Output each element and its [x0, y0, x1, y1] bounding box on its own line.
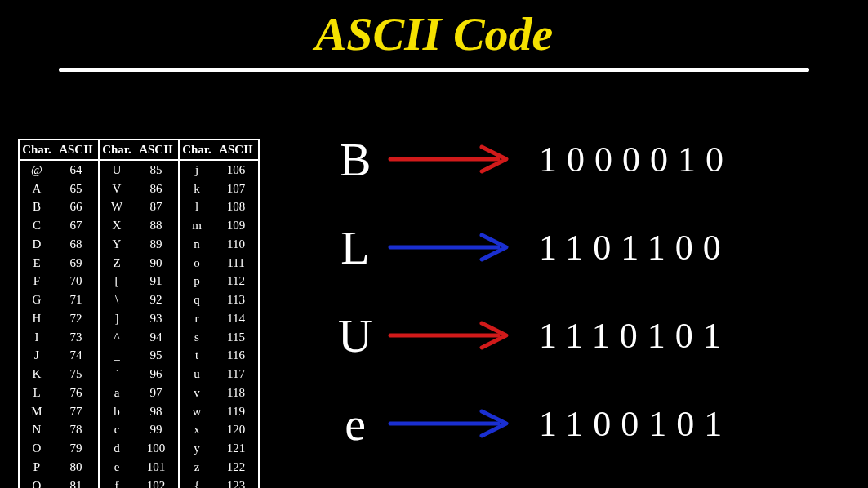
example-char: U — [327, 308, 384, 363]
cell-char: D — [20, 235, 54, 254]
title-underline — [59, 68, 809, 72]
ascii-header-row: Char.ASCII — [180, 140, 258, 161]
table-row: I73 — [20, 328, 98, 347]
cell-ascii: 121 — [214, 439, 258, 458]
cell-char: f — [100, 477, 134, 489]
table-row: D68 — [20, 235, 98, 254]
ascii-column: Char.ASCIIj106k107l108m109n110o111p112q1… — [180, 140, 258, 488]
cell-ascii: 67 — [54, 216, 98, 235]
cell-ascii: 112 — [214, 272, 258, 291]
cell-char: \ — [100, 291, 134, 309]
example-binary: 1000010 — [539, 139, 733, 180]
table-row: W87 — [100, 197, 178, 216]
cell-ascii: 116 — [214, 346, 258, 365]
table-row: F70 — [20, 272, 98, 291]
table-row: Z90 — [100, 254, 178, 273]
table-row: \92 — [100, 291, 178, 309]
cell-ascii: 88 — [134, 216, 178, 235]
ascii-column: Char.ASCIIU85V86W87X88Y89Z90[91\92]93^94… — [100, 140, 180, 488]
cell-char: [ — [100, 272, 134, 291]
table-row: u117 — [180, 365, 258, 384]
ascii-table: Char.ASCII@64A65B66C67D68E69F70G71H72I73… — [18, 139, 260, 488]
cell-ascii: 101 — [134, 458, 178, 477]
cell-ascii: 110 — [214, 235, 258, 254]
table-row: y121 — [180, 439, 258, 458]
cell-ascii: 115 — [214, 328, 258, 347]
cell-ascii: 77 — [54, 402, 98, 421]
arrow-icon — [384, 403, 523, 444]
table-row: s115 — [180, 328, 258, 347]
cell-char: z — [180, 458, 214, 477]
table-row: a97 — [100, 384, 178, 402]
table-row: m109 — [180, 216, 258, 235]
cell-ascii: 74 — [54, 346, 98, 365]
cell-char: j — [180, 161, 214, 180]
cell-ascii: 69 — [54, 254, 98, 273]
table-row: x120 — [180, 420, 258, 439]
table-row: Q81 — [20, 477, 98, 489]
cell-char: y — [180, 439, 214, 458]
cell-ascii: 100 — [134, 439, 178, 458]
cell-char: L — [20, 384, 54, 402]
cell-ascii: 120 — [214, 420, 258, 439]
cell-char: B — [20, 197, 54, 216]
table-row: `96 — [100, 365, 178, 384]
cell-char: I — [20, 328, 54, 347]
example-binary: 1101100 — [539, 227, 731, 268]
cell-ascii: 106 — [214, 161, 258, 180]
table-row: O79 — [20, 439, 98, 458]
arrow-icon — [384, 315, 523, 356]
cell-ascii: 122 — [214, 458, 258, 477]
example-row: U1110101 — [327, 307, 849, 364]
table-row: V86 — [100, 180, 178, 198]
cell-ascii: 114 — [214, 309, 258, 328]
cell-ascii: 91 — [134, 272, 178, 291]
cell-char: @ — [20, 161, 54, 180]
cell-char: { — [180, 477, 214, 489]
example-binary: 1110101 — [539, 315, 731, 357]
example-row: e1100101 — [327, 395, 849, 452]
header-char: Char. — [180, 140, 214, 159]
table-row: @64 — [20, 161, 98, 180]
table-row: J74 — [20, 346, 98, 365]
cell-char: c — [100, 420, 134, 439]
cell-ascii: 89 — [134, 235, 178, 254]
table-row: ]93 — [100, 309, 178, 328]
table-row: c99 — [100, 420, 178, 439]
example-char: e — [327, 397, 384, 451]
cell-ascii: 86 — [134, 180, 178, 198]
cell-char: u — [180, 365, 214, 384]
cell-char: e — [100, 458, 134, 477]
example-binary: 1100101 — [539, 403, 732, 445]
cell-char: G — [20, 291, 54, 309]
cell-char: A — [20, 180, 54, 198]
cell-ascii: 95 — [134, 346, 178, 365]
table-row: H72 — [20, 309, 98, 328]
table-row: M77 — [20, 402, 98, 421]
table-row: n110 — [180, 235, 258, 254]
cell-ascii: 79 — [54, 439, 98, 458]
cell-char: p — [180, 272, 214, 291]
cell-ascii: 113 — [214, 291, 258, 309]
table-row: d100 — [100, 439, 178, 458]
cell-ascii: 70 — [54, 272, 98, 291]
table-row: [91 — [100, 272, 178, 291]
example-row: L1101100 — [327, 219, 849, 276]
cell-ascii: 96 — [134, 365, 178, 384]
example-char: L — [327, 220, 384, 275]
cell-ascii: 76 — [54, 384, 98, 402]
ascii-header-row: Char.ASCII — [20, 140, 98, 161]
cell-ascii: 111 — [214, 254, 258, 273]
cell-ascii: 99 — [134, 420, 178, 439]
cell-ascii: 71 — [54, 291, 98, 309]
ascii-column: Char.ASCII@64A65B66C67D68E69F70G71H72I73… — [20, 140, 100, 488]
cell-ascii: 68 — [54, 235, 98, 254]
cell-char: K — [20, 365, 54, 384]
table-row: p112 — [180, 272, 258, 291]
arrow-icon — [384, 227, 523, 268]
example-char: B — [327, 132, 384, 187]
table-row: P80 — [20, 458, 98, 477]
cell-ascii: 64 — [54, 161, 98, 180]
cell-ascii: 107 — [214, 180, 258, 198]
cell-char: H — [20, 309, 54, 328]
